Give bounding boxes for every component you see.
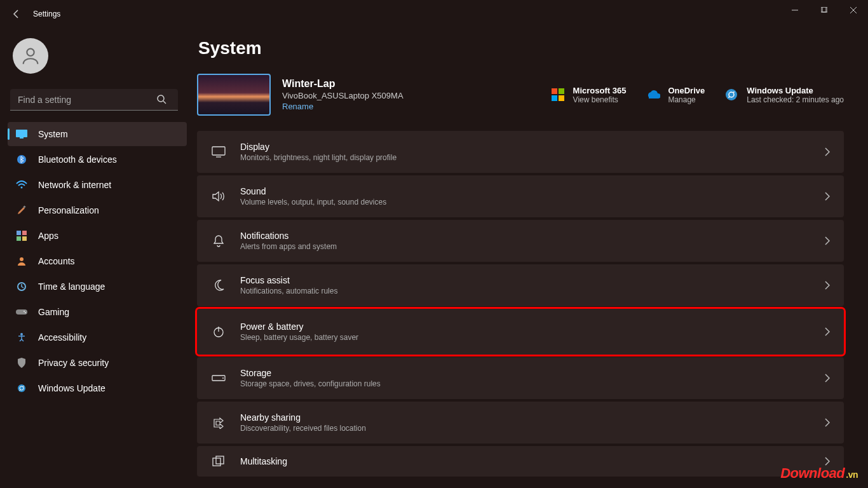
page-title: System (198, 38, 844, 58)
nav-item-gaming[interactable]: Gaming (8, 300, 187, 324)
minimize-icon (792, 7, 798, 13)
svg-point-32 (222, 377, 224, 379)
nav-item-network[interactable]: Network & internet (8, 173, 187, 197)
content-area: System Bluetooth & devices Network & int… (0, 28, 868, 488)
tile-sub: Manage (668, 95, 705, 104)
nav-item-bluetooth[interactable]: Bluetooth & devices (8, 147, 187, 172)
watermark: Download.vn (780, 465, 858, 482)
device-info: Winter-Lap VivoBook_ASUSLaptop X509MA Re… (282, 78, 403, 111)
settings-card-list: Display Monitors, brightness, night ligh… (197, 131, 844, 477)
display-icon (211, 144, 226, 159)
storage-icon (211, 370, 226, 386)
arrow-left-icon (11, 9, 22, 19)
search-wrap (10, 89, 184, 111)
svg-rect-2 (822, 7, 827, 12)
svg-rect-23 (559, 88, 564, 94)
power-icon (211, 324, 226, 339)
tile-title: Windows Update (747, 86, 844, 95)
person-icon (20, 45, 41, 67)
svg-rect-13 (17, 236, 21, 241)
device-model: VivoBook_ASUSLaptop X509MA (282, 91, 403, 100)
card-title: Display (240, 142, 825, 152)
update-icon (15, 382, 28, 395)
nav-label: Bluetooth & devices (38, 154, 117, 165)
svg-point-19 (25, 312, 26, 313)
nav-item-accessibility[interactable]: Accessibility (8, 325, 187, 349)
chevron-right-icon (825, 147, 830, 156)
chevron-right-icon (825, 418, 830, 427)
search-icon (156, 94, 166, 104)
onedrive-icon (645, 87, 660, 102)
windows-update-icon (724, 87, 739, 102)
card-power-battery[interactable]: Power & battery Sleep, battery usage, ba… (197, 309, 844, 355)
nav-item-time-language[interactable]: Time & language (8, 274, 187, 299)
avatar (13, 38, 48, 74)
nav-item-windows-update[interactable]: Windows Update (8, 376, 187, 400)
chevron-right-icon (825, 374, 830, 383)
device-wallpaper-thumb[interactable] (197, 74, 271, 116)
card-display[interactable]: Display Monitors, brightness, night ligh… (197, 131, 844, 173)
shield-icon (15, 356, 28, 369)
card-sub: Storage space, drives, configuration rul… (240, 379, 825, 388)
svg-rect-7 (20, 137, 24, 139)
svg-point-21 (18, 384, 25, 392)
card-sub: Volume levels, output, input, sound devi… (240, 198, 825, 207)
tile-windows-update[interactable]: Windows Update Last checked: 2 minutes a… (724, 86, 844, 104)
card-multitasking[interactable]: Multitasking (197, 446, 844, 477)
card-title: Focus assist (240, 275, 825, 285)
card-sub: Sleep, battery usage, battery saver (240, 333, 825, 342)
chevron-right-icon (825, 281, 830, 290)
chevron-right-icon (825, 327, 830, 336)
watermark-suffix: .vn (846, 470, 858, 480)
card-title: Sound (240, 186, 825, 196)
svg-rect-6 (16, 130, 27, 137)
card-title: Multitasking (240, 456, 825, 466)
nav-item-apps[interactable]: Apps (8, 224, 187, 248)
card-nearby-sharing[interactable]: Nearby sharing Discoverability, received… (197, 402, 844, 444)
svg-rect-34 (216, 456, 224, 464)
nav-label: Privacy & security (38, 358, 109, 368)
tile-m365[interactable]: Microsoft 365 View benefits (550, 86, 627, 104)
status-tiles: Microsoft 365 View benefits OneDrive Man… (550, 86, 844, 104)
nav-item-system[interactable]: System (8, 122, 187, 146)
accessibility-icon (15, 331, 28, 344)
close-button[interactable] (839, 0, 868, 20)
svg-rect-25 (559, 95, 564, 101)
chevron-right-icon (825, 192, 830, 201)
nav-label: Windows Update (38, 383, 105, 393)
card-title: Power & battery (240, 322, 825, 332)
minimize-button[interactable] (780, 0, 810, 20)
svg-rect-14 (22, 236, 27, 241)
nav-item-privacy[interactable]: Privacy & security (8, 351, 187, 375)
svg-rect-11 (17, 231, 21, 235)
titlebar: Settings (0, 0, 868, 28)
svg-rect-1 (821, 7, 826, 12)
tile-sub: Last checked: 2 minutes ago (747, 95, 844, 104)
tile-onedrive[interactable]: OneDrive Manage (645, 86, 705, 104)
maximize-button[interactable] (810, 0, 839, 20)
nav-label: Apps (38, 231, 58, 241)
card-storage[interactable]: Storage Storage space, drives, configura… (197, 357, 844, 399)
bluetooth-icon (15, 153, 28, 166)
nav-item-personalization[interactable]: Personalization (8, 198, 187, 222)
card-focus-assist[interactable]: Focus assist Notifications, automatic ru… (197, 264, 844, 306)
svg-point-15 (20, 257, 24, 261)
window-title: Settings (33, 10, 60, 18)
card-sound[interactable]: Sound Volume levels, output, input, soun… (197, 175, 844, 217)
search-input[interactable] (10, 89, 178, 111)
account-header[interactable] (8, 33, 187, 79)
rename-link[interactable]: Rename (282, 102, 403, 111)
tile-title: Microsoft 365 (573, 86, 627, 95)
share-icon (211, 415, 226, 430)
paintbrush-icon (15, 204, 28, 217)
svg-point-26 (726, 89, 737, 100)
svg-point-4 (158, 95, 164, 102)
card-notifications[interactable]: Notifications Alerts from apps and syste… (197, 220, 844, 262)
svg-rect-24 (552, 95, 557, 101)
card-sub: Monitors, brightness, night light, displ… (240, 153, 825, 162)
nav-item-accounts[interactable]: Accounts (8, 249, 187, 273)
svg-point-9 (21, 187, 23, 189)
svg-rect-27 (212, 147, 225, 155)
nav-label: System (38, 129, 68, 139)
back-button[interactable] (5, 3, 28, 25)
